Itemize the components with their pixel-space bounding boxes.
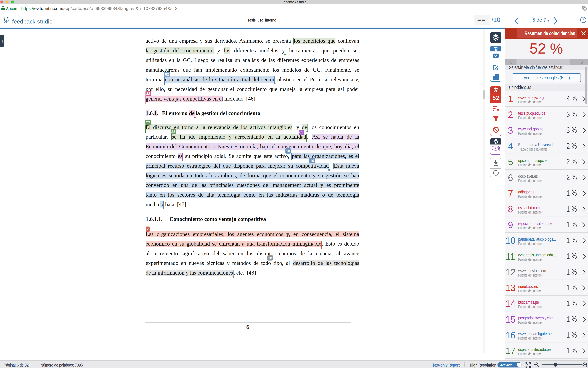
svg-text:?: ? xyxy=(582,18,584,22)
svg-text:a: a xyxy=(584,8,586,10)
svg-text:ETS: ETS xyxy=(492,146,499,150)
svg-text:i: i xyxy=(495,171,497,175)
